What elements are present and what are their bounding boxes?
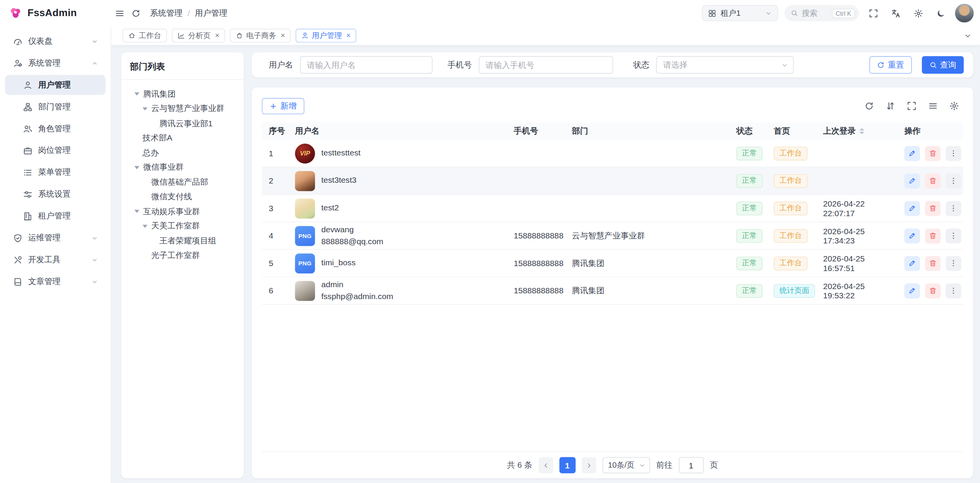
table-row[interactable]: 3test2正常工作台2026-04-22 22:07:17 xyxy=(262,195,963,222)
language-button[interactable] xyxy=(887,5,904,21)
edit-user-button[interactable] xyxy=(904,256,920,271)
sidebar-item-label: 用户管理 xyxy=(38,79,71,91)
tree-node[interactable]: 互动娱乐事业群 xyxy=(130,204,241,219)
tree-caret-icon[interactable] xyxy=(135,166,143,169)
delete-user-button[interactable] xyxy=(925,283,941,298)
more-actions-button[interactable] xyxy=(946,256,962,271)
sidebar-item-dashboard[interactable]: 仪表盘 xyxy=(5,31,106,51)
edit-user-button[interactable] xyxy=(904,283,920,298)
table-row[interactable]: 2test3test3正常工作台 xyxy=(262,167,963,195)
tree-node[interactable]: 腾讯集团 xyxy=(130,87,241,101)
tree-node[interactable]: 微信事业群 xyxy=(130,160,241,175)
app-logo[interactable]: FssAdmin xyxy=(0,6,111,20)
reset-button[interactable]: 重置 xyxy=(869,56,912,74)
cell-phone: 15888888888 xyxy=(507,286,565,295)
page-size-select[interactable]: 10条/页 xyxy=(602,457,650,473)
edit-user-button[interactable] xyxy=(904,201,920,216)
table-fullscreen-button[interactable] xyxy=(906,101,917,112)
table-row[interactable]: 5PNGtimi_boss15888888888腾讯集团正常工作台2026-04… xyxy=(262,250,963,278)
refresh-page-button[interactable] xyxy=(128,5,144,21)
tab-workbench[interactable]: 工作台 xyxy=(123,29,167,43)
delete-user-button[interactable] xyxy=(925,173,941,188)
sort-columns-button[interactable] xyxy=(885,101,896,112)
tree-node[interactable]: 腾讯云事业部1 xyxy=(130,116,241,131)
edit-user-button[interactable] xyxy=(904,146,920,161)
prev-page-button[interactable] xyxy=(538,457,553,473)
delete-user-button[interactable] xyxy=(925,146,941,161)
more-actions-button[interactable] xyxy=(946,201,962,216)
breadcrumb-item[interactable]: 系统管理 xyxy=(150,8,183,19)
global-search[interactable]: 搜索 Ctrl K xyxy=(784,5,859,21)
tenant-select[interactable]: 租户1 xyxy=(702,5,778,21)
refresh-table-button[interactable] xyxy=(864,101,875,112)
tree-node[interactable]: 云与智慧产业事业群 xyxy=(130,101,241,116)
tree-caret-icon[interactable] xyxy=(143,225,151,228)
delete-user-button[interactable] xyxy=(925,228,941,243)
tree-node[interactable]: 技术部A xyxy=(130,131,241,146)
theme-toggle-button[interactable] xyxy=(932,5,948,21)
more-actions-button[interactable] xyxy=(946,146,962,161)
tree-caret-icon[interactable] xyxy=(135,210,143,213)
chevron-down-icon xyxy=(781,61,788,68)
tree-node[interactable]: 微信基础产品部 xyxy=(130,175,241,189)
sidebar-collapse-button[interactable] xyxy=(111,5,127,21)
tab-close-icon[interactable]: × xyxy=(215,32,219,40)
tree-node[interactable]: 总办 xyxy=(130,146,241,160)
username-input[interactable] xyxy=(300,56,433,74)
delete-user-button[interactable] xyxy=(925,256,941,271)
tree-caret-icon[interactable] xyxy=(143,107,151,110)
next-page-button[interactable] xyxy=(582,457,596,473)
fullscreen-button[interactable] xyxy=(865,5,881,21)
sidebar-item-article[interactable]: 文章管理 xyxy=(5,271,106,291)
page-1-button[interactable]: 1 xyxy=(559,457,575,473)
row-avatar: PNG xyxy=(295,253,315,273)
phone-input[interactable] xyxy=(479,56,613,74)
tree-node[interactable]: 光子工作室群 xyxy=(130,248,241,263)
table-row[interactable]: 4PNGdevwang888888@qq.com15888888888云与智慧产… xyxy=(262,222,963,250)
row-avatar xyxy=(295,171,315,191)
sidebar-item-label: 文章管理 xyxy=(28,276,61,287)
more-actions-button[interactable] xyxy=(946,228,962,243)
sidebar-item-menu[interactable]: 菜单管理 xyxy=(5,162,106,182)
tab-actions-button[interactable] xyxy=(960,28,975,43)
edit-user-button[interactable] xyxy=(904,228,920,243)
table-density-button[interactable] xyxy=(927,101,938,112)
table-row[interactable]: 6adminfssphp@admin.com15888888888腾讯集团正常统… xyxy=(262,277,963,305)
sidebar-item-system[interactable]: 系统管理 xyxy=(5,53,106,73)
query-button[interactable]: 查询 xyxy=(922,56,964,74)
tab-close-icon[interactable]: × xyxy=(346,32,350,40)
tree-caret-icon[interactable] xyxy=(135,93,143,96)
table-row[interactable]: 1VIPtesttesttest正常工作台 xyxy=(262,140,963,167)
tab-analysis[interactable]: 分析页× xyxy=(172,29,225,43)
sidebar-item-role[interactable]: 角色管理 xyxy=(5,119,106,139)
tab-user-manage[interactable]: 用户管理× xyxy=(296,29,356,43)
sidebar-item-tenant[interactable]: 租户管理 xyxy=(5,206,106,226)
tree-node[interactable]: 天美工作室群 xyxy=(130,219,241,233)
settings-button[interactable] xyxy=(910,5,926,21)
tab-close-icon[interactable]: × xyxy=(281,32,285,40)
tab-ecommerce[interactable]: 电子商务× xyxy=(230,29,291,43)
cell-index: 4 xyxy=(262,231,288,240)
sidebar-item-post[interactable]: 岗位管理 xyxy=(5,141,106,160)
sidebar-item-ops[interactable]: 运维管理 xyxy=(5,228,106,248)
status-select[interactable]: 请选择 xyxy=(656,56,794,74)
tree-node[interactable]: 微信支付线 xyxy=(130,190,241,204)
more-actions-button[interactable] xyxy=(946,173,962,188)
tree-node[interactable]: 王者荣耀项目组 xyxy=(130,233,241,248)
add-user-button[interactable]: 新增 xyxy=(262,98,304,114)
edit-user-button[interactable] xyxy=(904,173,920,188)
row-avatar: VIP xyxy=(295,143,315,163)
more-actions-button[interactable] xyxy=(946,283,962,298)
goto-page-input[interactable] xyxy=(679,457,704,473)
user-avatar[interactable] xyxy=(955,4,974,23)
table-body: 1VIPtesttesttest正常工作台2test3test3正常工作台3te… xyxy=(262,140,963,304)
cell-status: 正常 xyxy=(729,201,767,215)
delete-user-button[interactable] xyxy=(925,201,941,216)
column-settings-button[interactable] xyxy=(949,101,960,112)
sort-control[interactable] xyxy=(859,128,864,134)
column-header-last-login[interactable]: 上次登录 xyxy=(816,126,897,137)
sidebar-item-dept[interactable]: 部门管理 xyxy=(5,97,106,117)
sidebar-item-user[interactable]: 用户管理 xyxy=(5,75,106,95)
sidebar-item-setting[interactable]: 系统设置 xyxy=(5,184,106,204)
sidebar-item-devtool[interactable]: 开发工具 xyxy=(5,250,106,270)
